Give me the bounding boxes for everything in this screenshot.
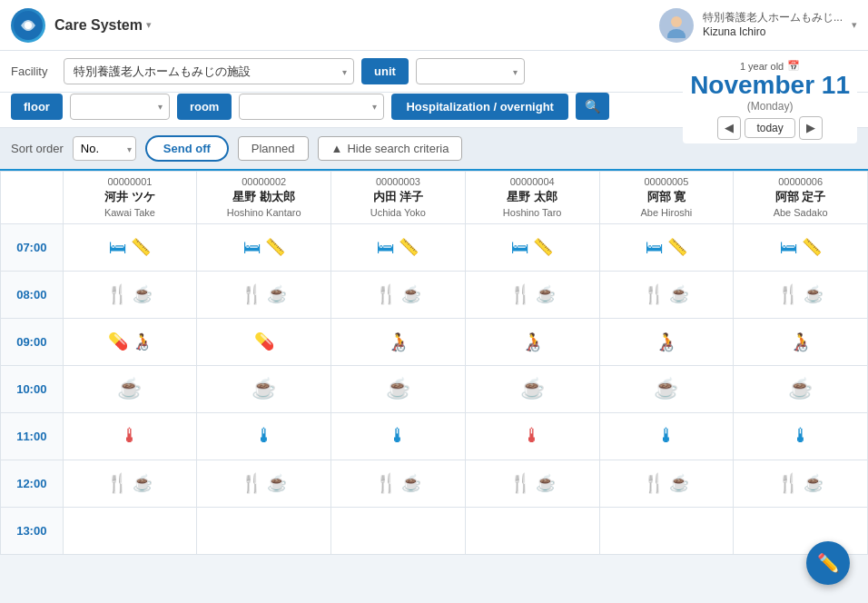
time-cell-0700: 07:00 [1, 223, 64, 271]
cup-icon: ☕ [267, 473, 287, 493]
planned-button[interactable]: Planned [238, 136, 309, 161]
table-row: 07:00 🛏 📏 🛏 📏 🛏 📏 [1, 223, 868, 271]
room-button[interactable]: room [177, 94, 232, 120]
cell-1300-6[interactable] [734, 507, 868, 554]
thermometer-icon: 🌡 [791, 424, 811, 448]
cell-0700-6[interactable]: 🛏 📏 [734, 223, 868, 271]
cell-1200-2[interactable]: 🍴 ☕ [197, 460, 331, 507]
sendoff-button[interactable]: Send off [145, 135, 229, 162]
cup-icon: ☕ [133, 473, 153, 493]
date-prev-button[interactable]: ◀ [717, 116, 741, 140]
utensils-icon: 🍴 [777, 283, 800, 305]
user-dropdown-arrow[interactable]: ▾ [852, 19, 857, 31]
cell-1100-5[interactable]: 🌡 [599, 412, 734, 460]
cell-0800-3[interactable]: 🍴 ☕ [331, 271, 466, 318]
table-row: 11:00 🌡 🌡 🌡 [1, 412, 868, 460]
cell-0700-1[interactable]: 🛏 📏 [63, 223, 197, 271]
floor-select[interactable] [70, 94, 170, 120]
cell-1200-1[interactable]: 🍴 ☕ [63, 460, 197, 507]
hide-criteria-button[interactable]: ▲ Hide search criteria [318, 136, 463, 161]
cell-1100-4[interactable]: 🌡 [465, 412, 599, 460]
cell-0800-6[interactable]: 🍴 ☕ [734, 271, 868, 318]
cell-1100-6[interactable]: 🌡 [734, 412, 868, 460]
cell-0900-6[interactable]: 🧑‍🦽 [734, 318, 868, 365]
cup-icon: ☕ [386, 377, 410, 400]
cell-0800-2[interactable]: 🍴 ☕ [197, 271, 331, 318]
cell-1200-5[interactable]: 🍴 ☕ [599, 460, 734, 507]
cell-1300-2[interactable] [197, 507, 331, 554]
cup-icon: ☕ [788, 377, 813, 400]
patient-header-2: 00000002 星野 勘太郎 Hoshino Kantaro [197, 172, 331, 224]
schedule-container[interactable]: 00000001 河井 ツケ Kawai Take 00000002 星野 勘太… [0, 171, 868, 603]
thermometer-icon: 🌡 [120, 424, 140, 448]
fab-edit-button[interactable]: ✏️ [806, 541, 850, 585]
cell-1100-2[interactable]: 🌡 [197, 412, 331, 460]
hospitalization-button[interactable]: Hospitalization / overnight [391, 94, 568, 120]
cell-1300-3[interactable] [331, 507, 466, 554]
cell-1100-3[interactable]: 🌡 [331, 412, 466, 460]
cup-icon: ☕ [654, 377, 678, 400]
cell-0900-4[interactable]: 🧑‍🦽 [465, 318, 599, 365]
person-sitting-icon: 🧑‍🦽 [387, 331, 409, 352]
patient-header-3: 00000003 内田 洋子 Uchida Yoko [331, 172, 466, 224]
cell-1000-6[interactable]: ☕ [734, 365, 868, 412]
patient-header-5: 00000005 阿部 寛 Abe Hiroshi [599, 172, 734, 224]
cell-1300-4[interactable] [465, 507, 599, 554]
cell-0700-4[interactable]: 🛏 📏 [465, 223, 599, 271]
unit-button[interactable]: unit [361, 58, 409, 84]
user-section: 特別養護老人ホームもみじ... Kizuna Ichiro ▾ [659, 8, 857, 43]
cell-1300-5[interactable] [599, 507, 734, 554]
unit-select[interactable] [416, 58, 525, 84]
table-row: 08:00 🍴 ☕ 🍴 ☕ 🍴 ☕ [1, 271, 868, 318]
cell-1000-4[interactable]: ☕ [465, 365, 599, 412]
cell-0900-1[interactable]: 💊 🧑‍🦽 [63, 318, 197, 365]
app-title-arrow: ▾ [146, 19, 152, 31]
utensils-icon: 🍴 [241, 283, 263, 305]
cup-icon: ☕ [252, 377, 276, 400]
cell-1100-1[interactable]: 🌡 [63, 412, 197, 460]
cell-0800-1[interactable]: 🍴 ☕ [63, 271, 197, 318]
cell-1200-3[interactable]: 🍴 ☕ [331, 460, 466, 507]
comb-icon: 📏 [667, 237, 687, 257]
cell-0700-2[interactable]: 🛏 📏 [197, 223, 331, 271]
cell-1300-1[interactable] [63, 507, 197, 554]
facility-select[interactable]: 特別養護老人ホームもみじの施設 [64, 58, 354, 84]
cell-0800-5[interactable]: 🍴 ☕ [599, 271, 734, 318]
cell-1000-2[interactable]: ☕ [197, 365, 331, 412]
cell-1000-1[interactable]: ☕ [63, 365, 197, 412]
cup-icon: ☕ [669, 284, 689, 304]
sort-select[interactable]: No. [73, 136, 136, 161]
cell-1000-5[interactable]: ☕ [599, 365, 734, 412]
cup-icon: ☕ [401, 284, 421, 304]
bed-icon: 🛏 [109, 237, 127, 258]
thermometer-icon: 🌡 [656, 424, 676, 448]
date-main: November 11 [690, 72, 850, 100]
search-button[interactable]: 🔍 [576, 93, 609, 120]
cup-icon: ☕ [669, 473, 689, 493]
date-today-button[interactable]: today [745, 118, 794, 138]
cell-0700-5[interactable]: 🛏 📏 [599, 223, 734, 271]
date-next-button[interactable]: ▶ [799, 116, 823, 140]
app-title: Care System [54, 17, 143, 34]
cell-0800-4[interactable]: 🍴 ☕ [465, 271, 599, 318]
table-row: 09:00 💊 🧑‍🦽 💊 🧑‍🦽 [1, 318, 868, 365]
cell-0900-2[interactable]: 💊 [197, 318, 331, 365]
cell-0900-3[interactable]: 🧑‍🦽 [331, 318, 466, 365]
bed-icon: 🛏 [780, 237, 798, 258]
cell-1200-6[interactable]: 🍴 ☕ [734, 460, 868, 507]
patient-header-4: 00000004 星野 太郎 Hoshino Taro [465, 172, 599, 224]
sort-label: Sort order [11, 142, 64, 155]
thermometer-icon: 🌡 [254, 424, 274, 448]
cell-1200-4[interactable]: 🍴 ☕ [465, 460, 599, 507]
floor-select-wrapper: ▾ [70, 94, 170, 120]
floor-button[interactable]: floor [11, 94, 63, 120]
pills-icon: 💊 [108, 331, 128, 351]
cell-0900-5[interactable]: 🧑‍🦽 [599, 318, 734, 365]
room-select[interactable] [239, 94, 384, 120]
cell-1000-3[interactable]: ☕ [331, 365, 466, 412]
facility-select-wrapper: 特別養護老人ホームもみじの施設 ▾ [64, 58, 354, 84]
svg-point-1 [25, 22, 32, 29]
user-info: 特別養護老人ホームもみじ... Kizuna Ichiro [703, 11, 843, 39]
cell-0700-3[interactable]: 🛏 📏 [331, 223, 466, 271]
cup-icon: ☕ [267, 284, 287, 304]
